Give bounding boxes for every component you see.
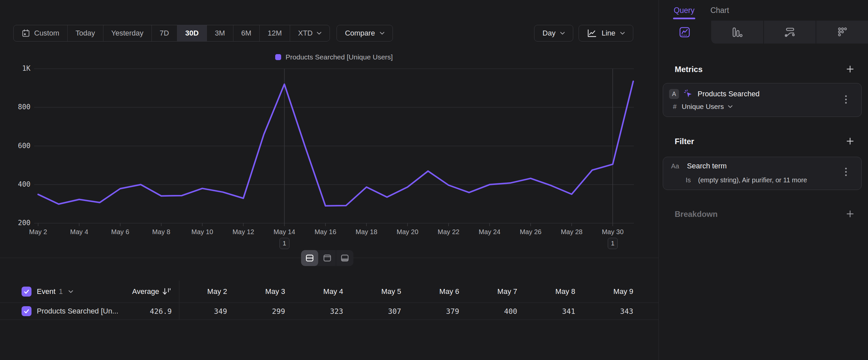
report-type-retention[interactable] bbox=[816, 21, 868, 44]
range-3m[interactable]: 3M bbox=[207, 25, 234, 41]
metric-event-name: Products Searched bbox=[698, 90, 760, 98]
event-header-label: Event bbox=[37, 287, 55, 296]
range-label: 30D bbox=[185, 29, 198, 37]
string-type-icon: Aa bbox=[671, 162, 684, 170]
metric-card-row: A Products Searched bbox=[669, 89, 856, 99]
range-label: Custom bbox=[34, 29, 59, 37]
view-mode-toggle bbox=[301, 250, 353, 266]
value-cell: 379 bbox=[401, 303, 459, 320]
date-column-label: May 6 bbox=[439, 287, 459, 296]
metric-card[interactable]: A Products Searched # Unique Users bbox=[663, 83, 862, 117]
row-average-cell: 426.9 bbox=[83, 303, 172, 320]
funnels-icon bbox=[731, 26, 743, 38]
chart-toolbar: CustomTodayYesterday7D30D3M6M12MXTD Comp… bbox=[13, 25, 645, 41]
range-6m[interactable]: 6M bbox=[234, 25, 260, 41]
range-label: 6M bbox=[241, 29, 252, 37]
table-data-row[interactable]: Products Searched [Un... 426.9 349299323… bbox=[0, 303, 658, 320]
cell-value: 343 bbox=[620, 307, 633, 315]
date-column-header[interactable]: May 5 bbox=[343, 281, 401, 303]
metrics-header: Metrics bbox=[675, 65, 855, 74]
trend-line[interactable] bbox=[38, 81, 633, 206]
granularity-label: Day bbox=[542, 29, 555, 37]
range-label: 7D bbox=[160, 29, 169, 37]
average-header-cell[interactable]: Average bbox=[83, 281, 172, 303]
filter-title: Filter bbox=[675, 137, 694, 146]
date-column-label: May 3 bbox=[265, 287, 285, 296]
date-column-label: May 7 bbox=[497, 287, 517, 296]
chart-only-view-button[interactable] bbox=[319, 250, 336, 266]
aggregation-label: Unique Users bbox=[682, 103, 724, 111]
value-cell: 341 bbox=[517, 303, 575, 320]
date-column-header[interactable]: May 8 bbox=[517, 281, 575, 303]
range-label: Today bbox=[75, 29, 95, 37]
legend-series-label: Products Searched [Unique Users] bbox=[285, 53, 393, 61]
range-30d[interactable]: 30D bbox=[177, 25, 207, 41]
insights-icon bbox=[678, 26, 691, 38]
compare-button[interactable]: Compare bbox=[337, 25, 393, 41]
range-12m[interactable]: 12M bbox=[259, 25, 290, 41]
toolbar-right-group: Day Line bbox=[534, 25, 633, 41]
split-view-button[interactable] bbox=[301, 250, 319, 266]
annotation-badge[interactable]: 1 bbox=[279, 238, 289, 249]
add-metric-button[interactable] bbox=[845, 65, 855, 74]
cell-value: 341 bbox=[562, 307, 575, 315]
row-checkbox[interactable] bbox=[22, 306, 31, 316]
metric-aggregation-row[interactable]: # Unique Users bbox=[670, 103, 856, 111]
compare-label: Compare bbox=[345, 29, 375, 37]
range-7d[interactable]: 7D bbox=[152, 25, 177, 41]
cell-value: 323 bbox=[330, 307, 343, 315]
tab-query[interactable]: Query bbox=[674, 6, 694, 15]
event-spark-cursor-icon bbox=[683, 89, 693, 99]
chart-type-button[interactable]: Line bbox=[579, 25, 633, 41]
report-type-insights[interactable] bbox=[659, 21, 711, 44]
chart-legend[interactable]: Products Searched [Unique Users] bbox=[34, 52, 634, 62]
date-column-header[interactable]: May 2 bbox=[174, 281, 227, 303]
range-today[interactable]: Today bbox=[68, 25, 103, 41]
report-type-flows[interactable] bbox=[763, 21, 816, 44]
date-column-label: May 8 bbox=[555, 287, 575, 296]
tab-chart[interactable]: Chart bbox=[711, 6, 729, 15]
annotation-badge[interactable]: 1 bbox=[608, 238, 618, 249]
chart-type-label: Line bbox=[601, 29, 615, 37]
filter-card[interactable]: Aa Search term Is (empty string), Air pu… bbox=[663, 157, 862, 190]
date-column-header[interactable]: May 9 bbox=[575, 281, 633, 303]
filter-condition-row[interactable]: Is (empty string), Air purifier, or 11 m… bbox=[686, 176, 856, 184]
legend-swatch bbox=[275, 54, 281, 60]
date-column-label: May 4 bbox=[323, 287, 343, 296]
chevron-down-icon bbox=[317, 32, 321, 35]
chevron-down-icon bbox=[380, 32, 384, 35]
value-cell: 400 bbox=[459, 303, 517, 320]
average-header-label: Average bbox=[132, 287, 159, 296]
sort-descending-icon[interactable] bbox=[162, 287, 172, 296]
value-cell: 299 bbox=[227, 303, 285, 320]
table-only-view-button[interactable] bbox=[336, 250, 353, 266]
range-label: 3M bbox=[215, 29, 225, 37]
add-breakdown-button[interactable] bbox=[845, 210, 855, 219]
table-column-divider bbox=[179, 281, 179, 320]
date-column-header[interactable]: May 7 bbox=[459, 281, 517, 303]
date-column-header[interactable]: May 3 bbox=[227, 281, 285, 303]
add-filter-button[interactable] bbox=[845, 137, 855, 146]
chart-only-view-icon bbox=[323, 254, 332, 262]
range-yesterday[interactable]: Yesterday bbox=[103, 25, 152, 41]
select-all-checkbox[interactable] bbox=[22, 286, 31, 297]
date-column-header[interactable]: May 6 bbox=[401, 281, 459, 303]
value-cell: 343 bbox=[575, 303, 633, 320]
value-cell: 349 bbox=[174, 303, 227, 320]
range-custom[interactable]: Custom bbox=[13, 25, 68, 41]
split-view-icon bbox=[305, 254, 314, 262]
check-icon bbox=[23, 288, 30, 295]
report-type-funnels[interactable] bbox=[711, 21, 763, 44]
cell-value: 299 bbox=[272, 307, 285, 315]
breakdown-title: Breakdown bbox=[675, 210, 717, 219]
granularity-button[interactable]: Day bbox=[534, 25, 573, 41]
range-xtd[interactable]: XTD bbox=[290, 25, 330, 41]
filter-operator: Is bbox=[686, 176, 691, 184]
date-column-label: May 5 bbox=[381, 287, 401, 296]
breakdown-header: Breakdown bbox=[675, 210, 855, 219]
date-column-header[interactable]: May 4 bbox=[285, 281, 343, 303]
range-label: 12M bbox=[268, 29, 282, 37]
chevron-down-icon[interactable] bbox=[68, 290, 73, 293]
range-label: Yesterday bbox=[112, 29, 144, 37]
chevron-down-icon bbox=[560, 32, 565, 35]
